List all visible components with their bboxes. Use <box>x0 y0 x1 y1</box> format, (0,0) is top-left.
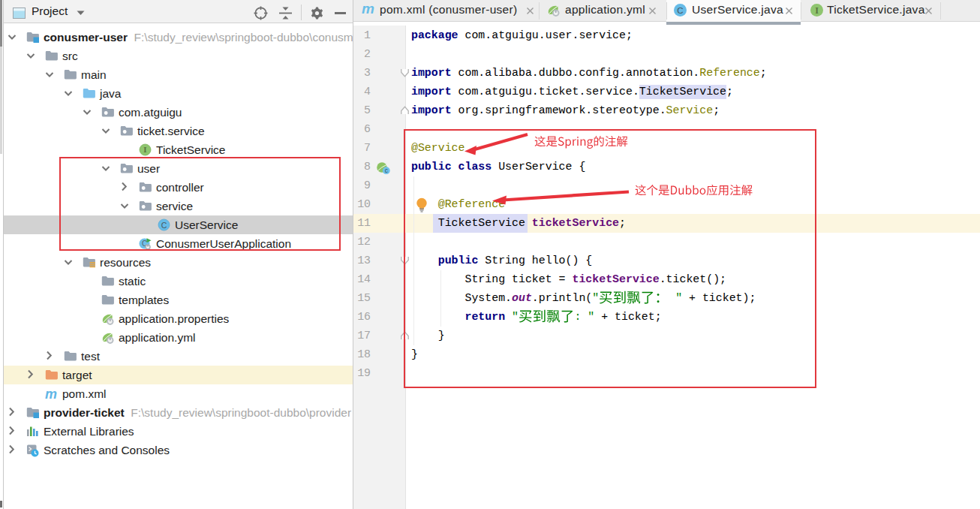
svg-text:I: I <box>143 145 146 154</box>
svg-text:m: m <box>45 387 57 401</box>
svg-text:I: I <box>815 5 819 16</box>
svg-text:c: c <box>385 167 389 174</box>
svg-text:C: C <box>677 6 683 15</box>
